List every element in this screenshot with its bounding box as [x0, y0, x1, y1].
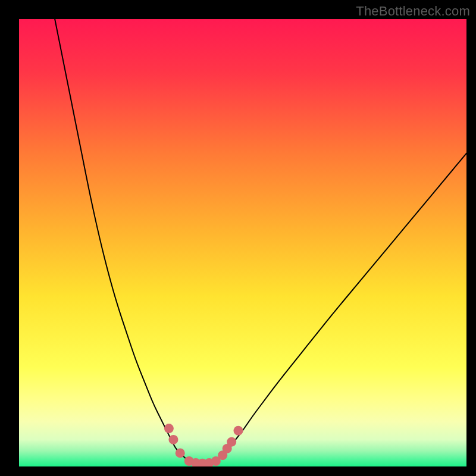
- marker-point: [168, 435, 178, 444]
- chart-frame: TheBottleneck.com: [0, 0, 476, 476]
- markers-layer: [19, 19, 466, 466]
- watermark-text: TheBottleneck.com: [356, 4, 470, 19]
- marker-point: [176, 448, 185, 458]
- marker-point: [227, 437, 236, 447]
- marker-point: [233, 426, 243, 436]
- marker-point: [164, 424, 174, 433]
- plot-area: [19, 19, 466, 466]
